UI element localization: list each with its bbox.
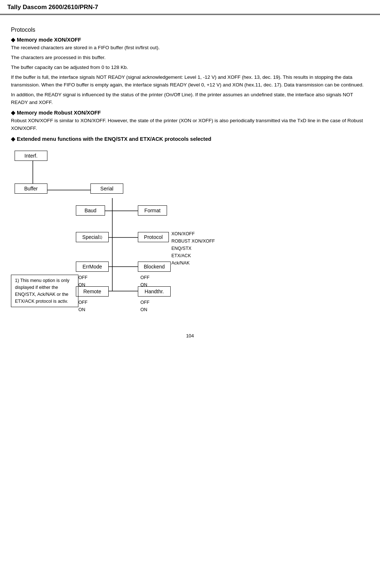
box-errmode: ErrMode	[76, 262, 109, 272]
section-title: Protocols	[11, 27, 369, 33]
para1a: The received characters are stored in a …	[11, 44, 369, 52]
errmode-off: OFF	[78, 274, 88, 281]
para1b: The characters are processed in this buf…	[11, 54, 369, 62]
box-handthr: Handthr.	[138, 286, 171, 297]
protocol-item-4: ETX/ACK	[171, 252, 215, 259]
box-remote: Remote	[76, 286, 109, 297]
heading3: Extended menu functions with the ENQ/STX…	[11, 136, 369, 142]
remote-on: ON	[78, 306, 88, 313]
footnote-box: 1) This menu option is only displayed if…	[11, 275, 78, 307]
protocol-item-3: ENQ/STX	[171, 245, 215, 252]
box-baud: Baud	[76, 205, 105, 216]
page-header: Tally Dascom 2600/2610/PRN-7	[0, 0, 380, 15]
diagram: Interf. Buffer Serial Baud Format Specia…	[11, 147, 369, 311]
box-blockend: Blockend	[138, 262, 171, 272]
page-number: 104	[186, 333, 194, 339]
header-title: Tally Dascom 2600/2610/PRN-7	[7, 4, 98, 11]
protocol-item-2: ROBUST XON/XOFF	[171, 237, 215, 245]
handthr-off: OFF	[140, 299, 150, 306]
heading1: Memory mode XON/XOFF	[11, 37, 369, 43]
box-buffer: Buffer	[15, 183, 47, 194]
footnote-text: This menu option is only displayed if ei…	[15, 278, 69, 303]
para1c: The buffer capacity can be adjusted from…	[11, 64, 369, 71]
box-special: Special1)	[76, 232, 109, 242]
box-serial: Serial	[90, 183, 123, 194]
para4: Robust XON/XOFF is similar to XON/XOFF. …	[11, 117, 369, 132]
para2: If the buffer is full, the interface sig…	[11, 74, 369, 89]
protocol-item-1: XON/XOFF	[171, 230, 215, 237]
box-protocol: Protocol	[138, 232, 169, 242]
protocol-list: XON/XOFF ROBUST XON/XOFF ENQ/STX ETX/ACK…	[171, 230, 215, 267]
remote-off: OFF	[78, 299, 88, 306]
handthr-on: ON	[140, 306, 150, 313]
heading2: Memory mode Robust XON/XOFF	[11, 110, 369, 116]
protocol-item-5: Ack/NAK	[171, 259, 215, 267]
para3: In addition, the READY signal is influen…	[11, 91, 369, 107]
footnote-number: 1)	[15, 278, 19, 283]
blockend-off: OFF	[140, 274, 150, 281]
handthr-values: OFF ON	[140, 299, 150, 313]
box-format: Format	[138, 205, 167, 216]
page-footer: 104	[0, 322, 380, 342]
remote-values: OFF ON	[78, 299, 88, 313]
special-sup: 1)	[99, 235, 102, 239]
box-interf: Interf.	[15, 151, 47, 161]
page-content: Protocols Memory mode XON/XOFF The recei…	[0, 15, 380, 322]
